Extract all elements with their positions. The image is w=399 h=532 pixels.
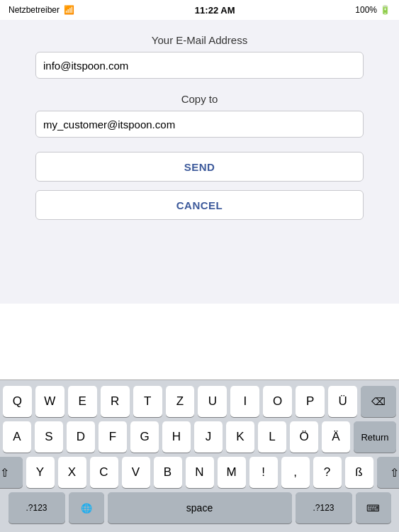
key-m[interactable]: M [218, 457, 246, 488]
shift-right-key[interactable]: ⇧ [377, 457, 400, 488]
keyboard-row-4: .?123 🌐 space .?123 ⌨ [3, 492, 396, 523]
carrier-label: Netzbetreiber [9, 5, 60, 15]
email-input[interactable] [35, 52, 364, 79]
number-mode-left-key[interactable]: .?123 [9, 492, 65, 523]
key-j[interactable]: J [194, 421, 223, 453]
key-g[interactable]: G [130, 421, 159, 453]
key-x[interactable]: X [58, 457, 86, 488]
status-bar: Netzbetreiber 📶 11:22 AM 100% 🔋 [0, 0, 399, 20]
key-n[interactable]: N [186, 457, 214, 488]
key-l[interactable]: L [258, 421, 286, 453]
key-sharp-s[interactable]: ß [345, 457, 373, 488]
key-t[interactable]: T [133, 386, 162, 417]
key-exclamation[interactable]: ! [249, 457, 278, 488]
keyboard-row-2: A S D F G H J K L Ö Ä Return [3, 421, 396, 453]
key-c[interactable]: C [90, 457, 118, 488]
keyboard-row-3: ⇧ Y X C V B N M ! , ? ß ⇧ [3, 457, 396, 488]
keyboard-hide-key[interactable]: ⌨ [356, 492, 391, 523]
key-u-umlaut[interactable]: Ü [328, 386, 357, 417]
shift-left-key[interactable]: ⇧ [0, 457, 23, 488]
key-a[interactable]: A [3, 421, 31, 453]
battery-icon: 🔋 [380, 5, 390, 15]
main-content: Your E-Mail Address Copy to SEND CANCEL [0, 20, 399, 304]
number-mode-right-key[interactable]: .?123 [296, 492, 352, 523]
send-button[interactable]: SEND [35, 152, 364, 182]
status-right: 100% 🔋 [355, 5, 390, 15]
key-r[interactable]: R [101, 386, 130, 417]
email-label: Your E-Mail Address [35, 34, 364, 46]
key-e[interactable]: E [68, 386, 97, 417]
keyboard: Q W E R T Z U I O P Ü ⌫ A S D F G H J K … [0, 379, 399, 532]
status-left: Netzbetreiber 📶 [9, 5, 74, 15]
space-key[interactable]: space [108, 492, 292, 523]
key-o[interactable]: O [263, 386, 292, 417]
key-p[interactable]: P [296, 386, 325, 417]
keyboard-row-1: Q W E R T Z U I O P Ü ⌫ [3, 386, 396, 417]
key-u[interactable]: U [198, 386, 227, 417]
key-q[interactable]: Q [3, 386, 32, 417]
time-label: 11:22 AM [195, 5, 235, 16]
cancel-button[interactable]: CANCEL [35, 190, 364, 220]
cancel-button-row: CANCEL [35, 190, 364, 220]
return-key[interactable]: Return [354, 421, 396, 453]
wifi-icon: 📶 [64, 5, 74, 15]
copy-to-input[interactable] [35, 111, 364, 138]
key-y[interactable]: Y [26, 457, 55, 488]
delete-key[interactable]: ⌫ [361, 386, 396, 417]
key-z[interactable]: Z [166, 386, 195, 417]
email-group: Your E-Mail Address [35, 34, 364, 79]
key-o-umlaut[interactable]: Ö [290, 421, 318, 453]
key-h[interactable]: H [162, 421, 191, 453]
battery-label: 100% [355, 5, 377, 15]
key-s[interactable]: S [35, 421, 63, 453]
key-v[interactable]: V [122, 457, 150, 488]
send-button-row: SEND [35, 152, 364, 182]
key-question[interactable]: ? [313, 457, 342, 488]
key-d[interactable]: D [67, 421, 95, 453]
copy-to-group: Copy to [35, 93, 364, 138]
key-k[interactable]: K [226, 421, 254, 453]
key-w[interactable]: W [35, 386, 64, 417]
key-b[interactable]: B [154, 457, 182, 488]
copy-to-label: Copy to [35, 93, 364, 105]
key-i[interactable]: I [230, 386, 259, 417]
globe-key[interactable]: 🌐 [69, 492, 104, 523]
key-a-umlaut[interactable]: Ä [322, 421, 350, 453]
key-f[interactable]: F [99, 421, 127, 453]
key-comma[interactable]: , [281, 457, 310, 488]
